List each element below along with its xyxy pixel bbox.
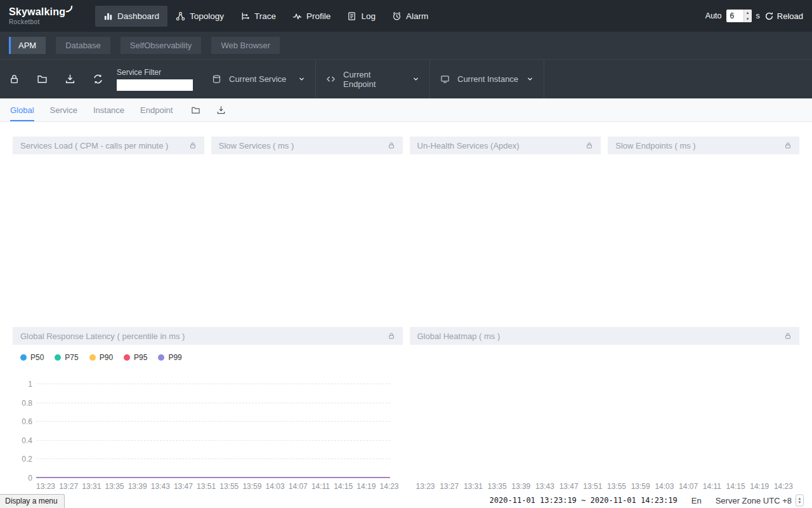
nav-item-label: Trace [254,11,276,21]
layer-tab-label: Web Browser [221,41,270,50]
view-tab-icons [190,104,226,116]
y-axis-label: 0.8 [10,399,32,408]
server-zone-control[interactable]: Server Zone UTC +8 ▲▼ [716,494,804,506]
legend-dot [89,354,96,361]
lock-button[interactable] [6,72,22,87]
status-bar: Display a menu 2020-11-01 13:23:19 ~ 202… [0,492,812,508]
legend-item-p90[interactable]: P90 [89,353,113,362]
selector-current-endpoint[interactable]: Current Endpoint [316,60,430,98]
layer-tab-apm[interactable]: APM [9,37,46,54]
layer-tab-label: SelfObservability [130,41,192,50]
time-range-picker[interactable]: 2020-11-01 13:23:19 ~ 2020-11-01 14:23:1… [490,496,678,505]
nav-item-trace[interactable]: Trace [232,6,284,27]
selector-group: Current Service Current Endpoint Current… [202,60,544,98]
browser-status-tooltip: Display a menu [0,494,65,508]
x-axis-label: 13:43 [535,482,554,491]
x-axis-label: 14:23 [774,482,793,491]
lock-icon[interactable] [586,142,593,149]
nav-item-profile[interactable]: Profile [284,6,339,27]
lock-icon[interactable] [784,142,792,149]
view-tabbar: Global Service Instance Endpoint [0,98,812,122]
x-axis-label: 14:23 [379,482,398,491]
nav-item-label: Dashboard [117,11,159,21]
language-toggle[interactable]: En [691,495,702,505]
folder-icon [191,105,200,115]
server-zone-spinner[interactable]: ▲▼ [796,494,804,506]
panel-slow-endpoints-ms: Slow Endpoints ( ms ) [608,137,799,323]
legend-item-p95[interactable]: P95 [124,353,147,362]
lock-icon [586,142,593,149]
legend-label: P50 [30,353,44,362]
lock-icon[interactable] [784,332,792,340]
y-axis-label: 1 [10,380,32,389]
topology-icon [176,11,185,21]
import-button[interactable] [215,104,226,116]
nav-item-log[interactable]: Log [339,6,384,27]
lock-icon [388,332,395,340]
view-tab-service[interactable]: Service [50,98,77,121]
layer-tab-selfobservability[interactable]: SelfObservability [121,37,202,54]
view-tab-endpoint[interactable]: Endpoint [140,98,173,121]
view-tab-label: Endpoint [140,105,173,115]
profile-icon [292,11,302,21]
view-tab-instance[interactable]: Instance [93,98,124,121]
folder-button[interactable] [34,72,49,87]
x-axis-label: 13:55 [219,482,239,491]
alarm-icon [392,11,402,21]
service-filter-input[interactable] [117,79,193,91]
refresh-button[interactable] [90,72,105,87]
main-nav: Dashboard Topology Trace Profile Log Ala… [95,0,436,32]
trace-icon [240,11,250,21]
auto-interval-spinner[interactable]: ▲▼ [743,10,752,22]
selector-label: Current Instance [457,74,518,84]
view-tab-label: Service [50,105,77,115]
panel-title: Services Load ( CPM - calls per minute ) [20,141,189,150]
auto-interval-input[interactable]: 6 ▲▼ [726,10,752,22]
x-axis-label: 14:11 [703,482,721,491]
reload-button[interactable]: Reload [764,11,803,21]
panel-header: Un-Health Services (Apdex) [410,137,601,154]
y-axis-label: 0.4 [10,436,32,445]
selector-current-instance[interactable]: Current Instance [430,60,544,98]
legend-item-p50[interactable]: P50 [20,353,44,362]
footer-controls: 2020-11-01 13:23:19 ~ 2020-11-01 14:23:1… [490,494,804,506]
legend-label: P75 [65,353,78,362]
legend-item-p75[interactable]: P75 [55,353,78,362]
panel-title: Un-Health Services (Apdex) [417,141,586,150]
legend-item-p99[interactable]: P99 [158,353,181,362]
spinner-down-icon[interactable]: ▼ [798,500,802,504]
x-axis-label: 13:35 [488,482,507,491]
lock-icon[interactable] [388,142,395,149]
line-chart-plot[interactable]: 1 0.8 0.6 0.4 0.2 0 [36,384,390,478]
import-button[interactable] [62,72,77,87]
legend-label: P99 [168,353,181,362]
nav-item-topology[interactable]: Topology [167,6,232,27]
x-axis-label: 13:47 [560,482,579,491]
x-axis-label: 13:31 [464,482,483,491]
spinner-up-icon[interactable]: ▲ [744,10,752,16]
skywalking-app: Skywalking Rocketbot Dashboard Topology … [0,0,812,508]
panel-body [13,154,204,323]
nav-item-dashboard[interactable]: Dashboard [95,6,167,27]
panel-global-heatmap-ms: Global Heatmap ( ms ) 13:2313:2713:3113:… [410,327,800,492]
line-series [36,384,390,478]
x-axis-label: 13:31 [82,482,101,491]
folder-button[interactable] [190,104,201,116]
lock-icon[interactable] [388,332,395,340]
nav-item-alarm[interactable]: Alarm [384,6,436,27]
layer-tab-web-browser[interactable]: Web Browser [211,37,280,54]
x-axis-label: 14:07 [289,482,308,491]
spinner-down-icon[interactable]: ▼ [744,16,752,22]
selector-current-service[interactable]: Current Service [202,60,316,98]
x-axis-label: 13:23 [416,482,435,491]
view-tab-label: Instance [93,105,124,115]
brand-logo[interactable]: Skywalking Rocketbot [9,6,84,25]
layer-tab-database[interactable]: Database [56,37,110,54]
panel-header: Global Response Latency ( percentile in … [13,327,403,345]
view-tab-global[interactable]: Global [10,98,34,121]
auto-interval-value: 6 [726,11,743,20]
x-axis-labels: 13:2313:2713:3113:3513:3913:4313:4713:51… [36,482,399,491]
reload-icon [764,11,774,21]
lock-icon[interactable] [189,142,197,149]
layer-tab-label: Database [65,41,101,50]
